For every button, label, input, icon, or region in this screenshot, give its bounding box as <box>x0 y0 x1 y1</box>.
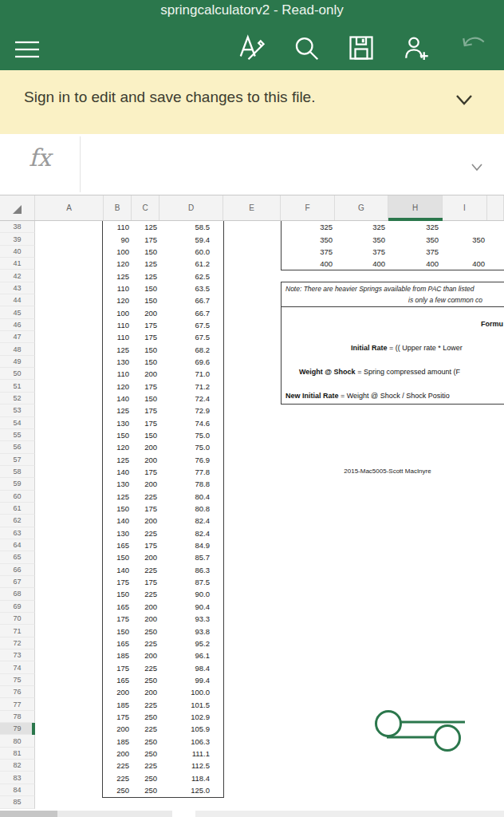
cell-e60[interactable] <box>223 491 281 503</box>
cell-e83[interactable] <box>223 772 281 783</box>
cell-a57[interactable] <box>35 454 104 466</box>
cell-f74[interactable] <box>281 661 335 673</box>
cell-i59[interactable] <box>443 478 487 490</box>
cell-c39[interactable]: 175 <box>132 233 159 245</box>
cell-d63[interactable]: 82.4 <box>159 527 223 539</box>
cell-g38[interactable]: 325 <box>335 221 388 233</box>
cell-c76[interactable]: 200 <box>132 686 159 698</box>
cell-h63[interactable] <box>388 527 443 539</box>
cell-c41[interactable]: 125 <box>132 258 159 270</box>
cell-b65[interactable]: 150 <box>104 551 132 563</box>
cell-i57[interactable] <box>443 454 487 466</box>
cell-a66[interactable] <box>35 564 104 576</box>
row-header-75[interactable]: 75 <box>0 674 35 686</box>
cell-i71[interactable] <box>443 625 487 637</box>
cell-c68[interactable]: 225 <box>132 588 159 600</box>
cell-c60[interactable]: 225 <box>132 491 159 503</box>
row-header-46[interactable]: 46 <box>0 319 35 331</box>
cell-f61[interactable] <box>281 503 335 515</box>
cell-g51[interactable] <box>335 380 388 392</box>
cell-e62[interactable] <box>223 515 281 527</box>
cell-d66[interactable]: 86.3 <box>159 564 223 576</box>
cell-h49[interactable] <box>388 356 443 368</box>
cell-c54[interactable]: 175 <box>132 417 159 429</box>
cell-h71[interactable] <box>388 625 443 637</box>
cell-b67[interactable]: 175 <box>104 576 132 588</box>
cell-e61[interactable] <box>223 503 281 515</box>
cell-b68[interactable]: 150 <box>104 588 132 600</box>
cell-b44[interactable]: 120 <box>104 294 132 306</box>
row-header-55[interactable]: 55 <box>0 429 35 441</box>
cell-b77[interactable]: 185 <box>104 698 132 710</box>
cell-g75[interactable] <box>335 674 388 686</box>
cell-h61[interactable] <box>388 503 443 515</box>
cell-i64[interactable] <box>443 539 487 551</box>
cell-a41[interactable] <box>35 258 104 270</box>
row-header-77[interactable]: 77 <box>0 698 35 710</box>
cell-b60[interactable]: 125 <box>104 491 132 503</box>
cell-a46[interactable] <box>35 319 104 331</box>
cell-h68[interactable] <box>388 588 443 600</box>
cell-i65[interactable] <box>443 551 487 563</box>
cell-i69[interactable] <box>443 601 487 613</box>
cell-i40[interactable] <box>443 246 487 258</box>
row-header-53[interactable]: 53 <box>0 405 35 416</box>
row-header-58[interactable]: 58 <box>0 466 35 478</box>
cell-g83[interactable] <box>335 772 388 783</box>
row-header-52[interactable]: 52 <box>0 393 35 405</box>
cell-i55[interactable] <box>443 429 487 441</box>
cell-h73[interactable] <box>388 649 443 661</box>
cell-d39[interactable]: 59.4 <box>159 233 223 245</box>
cell-f62[interactable] <box>281 515 335 527</box>
cell-b71[interactable]: 150 <box>104 625 132 637</box>
cell-f75[interactable] <box>281 674 335 686</box>
cell-i70[interactable] <box>443 613 487 625</box>
cell-j59[interactable] <box>487 478 504 490</box>
cell-c62[interactable]: 200 <box>132 515 159 527</box>
row-header-84[interactable]: 84 <box>0 784 35 796</box>
cell-c77[interactable]: 225 <box>132 698 159 710</box>
cell-j84[interactable] <box>487 784 504 796</box>
cell-c38[interactable]: 125 <box>132 221 159 233</box>
row-header-68[interactable]: 68 <box>0 588 35 600</box>
cell-g55[interactable] <box>335 429 388 441</box>
row-header-81[interactable]: 81 <box>0 748 35 760</box>
cell-g71[interactable] <box>335 625 388 637</box>
cell-h64[interactable] <box>388 539 443 551</box>
cell-d56[interactable]: 75.0 <box>159 441 223 453</box>
cell-d44[interactable]: 66.7 <box>159 294 223 306</box>
cell-e46[interactable] <box>223 319 281 331</box>
column-header-d[interactable]: D <box>159 195 223 220</box>
row-header-73[interactable]: 73 <box>0 649 35 661</box>
cell-g73[interactable] <box>335 649 388 661</box>
cell-d83[interactable]: 118.4 <box>159 772 223 783</box>
cell-a73[interactable] <box>35 649 104 661</box>
cell-j43[interactable] <box>487 282 504 294</box>
cell-d64[interactable]: 84.9 <box>159 539 223 551</box>
cell-c67[interactable]: 175 <box>132 576 159 588</box>
cell-h74[interactable] <box>388 661 443 673</box>
cell-b75[interactable]: 165 <box>104 674 132 686</box>
cell-f40[interactable]: 375 <box>281 246 335 258</box>
cell-c40[interactable]: 150 <box>132 246 159 258</box>
cell-d70[interactable]: 93.3 <box>159 613 223 625</box>
select-all-corner[interactable] <box>0 195 35 220</box>
cell-c84[interactable]: 250 <box>132 784 159 796</box>
cell-j72[interactable] <box>487 637 504 649</box>
cell-d77[interactable]: 101.5 <box>159 698 223 710</box>
cell-h39[interactable]: 350 <box>388 233 443 245</box>
cell-j39[interactable] <box>487 233 504 245</box>
cell-h46[interactable] <box>388 319 443 331</box>
cell-e42[interactable] <box>223 270 281 282</box>
cell-e85[interactable] <box>223 796 281 808</box>
cell-g62[interactable] <box>335 515 388 527</box>
cell-c74[interactable]: 225 <box>132 661 159 673</box>
sign-in-banner[interactable]: Sign in to edit and save changes to this… <box>0 70 504 134</box>
cell-i72[interactable] <box>443 637 487 649</box>
cell-e53[interactable] <box>223 405 281 416</box>
cell-a81[interactable] <box>35 748 104 760</box>
cell-g41[interactable]: 400 <box>335 258 388 270</box>
row-header-82[interactable]: 82 <box>0 760 35 772</box>
cell-f77[interactable] <box>281 698 335 710</box>
cell-a67[interactable] <box>35 576 104 588</box>
